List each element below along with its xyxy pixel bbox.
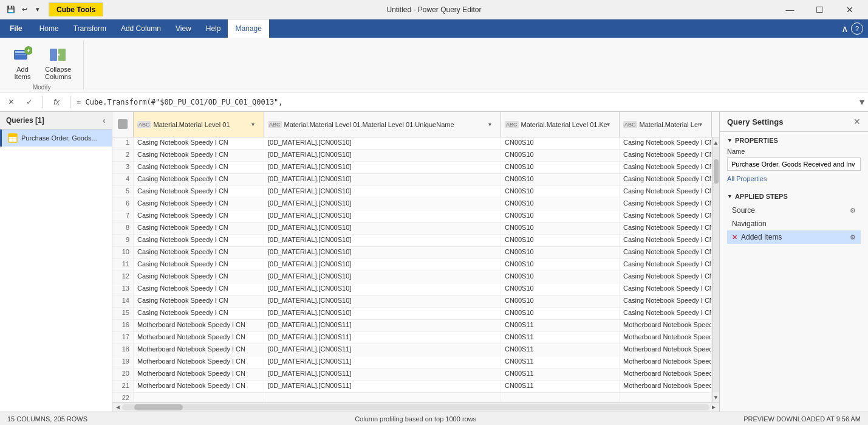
undo-btn[interactable]: ↩ xyxy=(18,4,30,16)
table-row[interactable]: 5Casing Notebook Speedy I CN[0D_MATERIAL… xyxy=(112,186,712,198)
h-scroll-track[interactable] xyxy=(122,404,709,410)
table-cell: Motherboard Notebook Speec xyxy=(620,344,712,356)
row-number: 3 xyxy=(112,162,134,173)
step-gear-icon[interactable]: ⚙ xyxy=(850,207,856,215)
table-row[interactable]: 12Casing Notebook Speedy I CN[0D_MATERIA… xyxy=(112,271,712,283)
table-cell: CN00S10 xyxy=(501,283,620,295)
step-gear-icon[interactable]: ⚙ xyxy=(850,233,856,241)
table-row[interactable]: 13Casing Notebook Speedy I CN[0D_MATERIA… xyxy=(112,283,712,295)
applied-step-item[interactable]: ✕Added Items⚙ xyxy=(727,230,861,244)
row-number: 22 xyxy=(112,393,134,402)
query-item-label: Purchase Order, Goods... xyxy=(21,134,97,142)
add-column-menu[interactable]: Add Column xyxy=(114,19,168,38)
table-cell: [0D_MATERIAL].[CN00S11] xyxy=(264,381,501,392)
add-items-button[interactable]: + AddItems xyxy=(7,43,38,83)
table-cell: CN00S10 xyxy=(501,235,620,246)
column-header-3[interactable]: ABC Material.Material Level 01.M ▾ xyxy=(620,112,712,137)
svg-text:+: + xyxy=(27,47,30,54)
collapse-columns-button[interactable]: CollapseColumns xyxy=(40,43,76,83)
table-cell: [0D_MATERIAL].[CN00S10] xyxy=(264,283,501,295)
step-item-left: Navigation xyxy=(732,219,767,228)
save-btn[interactable]: 💾 xyxy=(5,4,17,16)
col-filter-1[interactable]: ▾ xyxy=(488,121,497,128)
column-header-1[interactable]: ABC Material.Material Level 01.Material … xyxy=(264,112,501,137)
step-label: Navigation xyxy=(732,219,767,228)
formula-expand-button[interactable]: ▾ xyxy=(859,96,864,108)
table-row[interactable]: 1Casing Notebook Speedy I CN[0D_MATERIAL… xyxy=(112,137,712,150)
table-row[interactable]: 14Casing Notebook Speedy I CN[0D_MATERIA… xyxy=(112,295,712,308)
view-menu[interactable]: View xyxy=(168,19,199,38)
formula-confirm-button[interactable]: ✓ xyxy=(22,95,36,109)
formula-bar: ✕ ✓ fx ▾ xyxy=(0,92,868,112)
table-cell: Motherboard Notebook Speedy I CN xyxy=(134,356,264,368)
manage-menu[interactable]: Manage xyxy=(228,19,268,38)
formula-cancel-button[interactable]: ✕ xyxy=(4,95,18,109)
maximize-button[interactable]: ☐ xyxy=(806,1,833,19)
queries-collapse-button[interactable]: ‹ xyxy=(103,116,106,125)
grid-header: ABC Material.Material Level 01 ▾ ABC Mat… xyxy=(112,112,719,137)
file-menu[interactable]: File xyxy=(0,19,32,38)
table-cell: Casing Notebook Speedy I CN xyxy=(620,174,712,185)
table-cell: [0D_MATERIAL].[CN00S10] xyxy=(264,150,501,161)
home-menu[interactable]: Home xyxy=(32,19,66,38)
column-header-0[interactable]: ABC Material.Material Level 01 ▾ xyxy=(134,112,264,137)
table-row[interactable]: 20Motherboard Notebook Speedy I CN[0D_MA… xyxy=(112,368,712,381)
scroll-up-arrow[interactable]: ▲ xyxy=(713,137,719,147)
table-row[interactable]: 21Motherboard Notebook Speedy I CN[0D_MA… xyxy=(112,381,712,393)
settings-close-button[interactable]: ✕ xyxy=(853,117,861,126)
help-menu[interactable]: Help xyxy=(199,19,228,38)
table-row[interactable]: 10Casing Notebook Speedy I CN[0D_MATERIA… xyxy=(112,247,712,259)
help-icon[interactable]: ? xyxy=(851,22,863,35)
close-button[interactable]: ✕ xyxy=(836,1,863,19)
scroll-track[interactable] xyxy=(713,147,719,392)
table-row[interactable]: 16Motherboard Notebook Speedy I CN[0D_MA… xyxy=(112,320,712,332)
table-row[interactable]: 6Casing Notebook Speedy I CN[0D_MATERIAL… xyxy=(112,198,712,210)
col-filter-3[interactable]: ▾ xyxy=(699,121,708,128)
formula-fx-button[interactable]: fx xyxy=(49,95,64,109)
col-filter-0[interactable]: ▾ xyxy=(251,121,260,128)
table-cell: Casing Notebook Speedy I CN xyxy=(620,283,712,295)
table-row[interactable]: 3Casing Notebook Speedy I CN[0D_MATERIAL… xyxy=(112,162,712,174)
scroll-left-arrow[interactable]: ◄ xyxy=(114,404,122,410)
column-header-2[interactable]: ABC Material.Material Level 01.Key ▾ xyxy=(501,112,620,137)
dropdown-btn[interactable]: ▾ xyxy=(32,4,44,16)
query-name-input[interactable] xyxy=(727,157,861,171)
table-row[interactable]: 8Casing Notebook Speedy I CN[0D_MATERIAL… xyxy=(112,223,712,235)
h-scroll-thumb[interactable] xyxy=(134,404,183,410)
table-cell: CN00S11 xyxy=(501,332,620,344)
step-delete-icon[interactable]: ✕ xyxy=(732,233,737,241)
table-row[interactable]: 22 xyxy=(112,393,712,402)
quick-access-toolbar[interactable]: 💾 ↩ ▾ xyxy=(5,4,44,16)
scroll-down-arrow[interactable]: ▼ xyxy=(713,392,719,402)
name-label: Name xyxy=(727,148,861,155)
table-row[interactable]: 19Motherboard Notebook Speedy I CN[0D_MA… xyxy=(112,356,712,368)
all-properties-link[interactable]: All Properties xyxy=(727,175,767,182)
table-cell: Casing Notebook Speedy I CN xyxy=(620,235,712,246)
grid-body[interactable]: 1Casing Notebook Speedy I CN[0D_MATERIAL… xyxy=(112,137,712,402)
scroll-right-arrow[interactable]: ► xyxy=(709,404,718,410)
table-row[interactable]: 7Casing Notebook Speedy I CN[0D_MATERIAL… xyxy=(112,210,712,223)
table-row[interactable]: 9Casing Notebook Speedy I CN[0D_MATERIAL… xyxy=(112,235,712,247)
data-area: ABC Material.Material Level 01 ▾ ABC Mat… xyxy=(112,112,719,412)
cube-tools-tab[interactable]: Cube Tools xyxy=(49,2,103,16)
table-row[interactable]: 2Casing Notebook Speedy I CN[0D_MATERIAL… xyxy=(112,150,712,162)
modify-group: + AddItems CollapseColumns Modify xyxy=(0,40,84,89)
vertical-scrollbar[interactable]: ▲ ▼ xyxy=(712,137,719,402)
table-row[interactable]: 4Casing Notebook Speedy I CN[0D_MATERIAL… xyxy=(112,174,712,186)
transform-menu[interactable]: Transform xyxy=(66,19,114,38)
collapse-ribbon-btn[interactable]: ∧ xyxy=(841,23,849,35)
applied-step-item[interactable]: Source⚙ xyxy=(727,204,861,217)
col-filter-2[interactable]: ▾ xyxy=(607,121,615,128)
window-controls[interactable]: — ☐ ✕ xyxy=(776,1,863,19)
table-cell xyxy=(134,393,264,402)
table-row[interactable]: 18Motherboard Notebook Speedy I CN[0D_MA… xyxy=(112,344,712,356)
formula-input[interactable] xyxy=(77,98,856,106)
scroll-thumb[interactable] xyxy=(714,159,719,184)
table-row[interactable]: 17Motherboard Notebook Speedy I CN[0D_MA… xyxy=(112,332,712,344)
table-row[interactable]: 15Casing Notebook Speedy I CN[0D_MATERIA… xyxy=(112,308,712,320)
applied-step-item[interactable]: Navigation xyxy=(727,217,861,230)
horizontal-scrollbar[interactable]: ◄ ► xyxy=(112,402,719,412)
table-row[interactable]: 11Casing Notebook Speedy I CN[0D_MATERIA… xyxy=(112,259,712,271)
minimize-button[interactable]: — xyxy=(776,1,804,19)
query-item[interactable]: Purchase Order, Goods... xyxy=(0,130,112,147)
